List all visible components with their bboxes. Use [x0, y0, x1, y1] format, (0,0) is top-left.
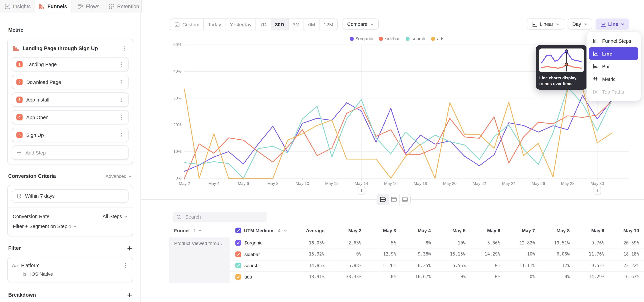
- breakdown-column-label: UTM Medium: [244, 225, 273, 236]
- cell-value: 16.67%: [400, 271, 431, 282]
- date-column-header[interactable]: May 7: [504, 225, 535, 236]
- cell-value: 5.26%: [365, 260, 396, 271]
- table-row-organic[interactable]: $organic: [235, 237, 301, 248]
- date-column-header[interactable]: May 4: [400, 225, 431, 236]
- cell-value: 0%: [504, 271, 535, 282]
- row-divider: [230, 260, 644, 260]
- cell-value: 20.59%: [608, 237, 639, 248]
- cell-value: 14.29%: [470, 249, 500, 260]
- date-column-header[interactable]: May 2: [330, 225, 362, 236]
- table-row-sidebar[interactable]: sidebar: [235, 249, 301, 260]
- cell-value: 0%: [435, 271, 466, 282]
- menu-item-bar[interactable]: Bar: [589, 60, 638, 73]
- table-row-ads[interactable]: ads: [235, 271, 301, 282]
- menu-item-label: Funnel Steps: [602, 38, 631, 44]
- cell-value: 5%: [365, 237, 396, 248]
- chart-type-menu: Funnel StepsLineBarMetricTop Paths: [586, 32, 641, 101]
- series-checkbox[interactable]: [235, 263, 241, 268]
- series-name: $organic: [244, 240, 262, 245]
- cell-value: 9.76%: [574, 237, 604, 248]
- date-column-header[interactable]: May 6: [470, 225, 500, 236]
- cell-value: 16.67%: [608, 271, 639, 282]
- breakdown-count: 4: [278, 225, 280, 236]
- cell-value: 6.06%: [539, 249, 570, 260]
- menu-item-label: Metric: [602, 76, 616, 82]
- date-column-header[interactable]: May 3: [365, 225, 396, 236]
- row-divider: [230, 249, 644, 249]
- date-column-header[interactable]: May 10: [608, 225, 639, 236]
- average-column-header[interactable]: Average: [292, 225, 324, 236]
- funnel-count: 1: [193, 225, 196, 236]
- cell-value: 12.82%: [504, 237, 535, 248]
- table-bottom-divider: [169, 282, 644, 283]
- cell-value: 33.33%: [330, 271, 362, 282]
- menu-bar-icon: [592, 63, 598, 70]
- cell-value: 22.22%: [608, 260, 639, 271]
- cell-value: 9.38%: [400, 249, 431, 260]
- cell-value: 10%: [504, 249, 535, 260]
- cell-value: 8%: [400, 237, 431, 248]
- chevron-down-icon: [198, 228, 202, 232]
- menu-item-metric[interactable]: Metric: [589, 73, 638, 86]
- cell-value: 12%: [539, 260, 570, 271]
- series-checkbox[interactable]: [235, 251, 241, 257]
- series-checkbox[interactable]: [235, 240, 241, 246]
- cell-value: 2.63%: [330, 237, 362, 248]
- menu-funnel-icon: [592, 38, 598, 44]
- cell-value: 11.11%: [504, 260, 535, 271]
- series-checkbox[interactable]: [235, 274, 241, 280]
- cell-value: 19.51%: [539, 237, 570, 248]
- cell-value: 0%: [470, 271, 500, 282]
- menu-hash-icon: [592, 76, 598, 82]
- select-all-checkbox[interactable]: [235, 228, 241, 234]
- header-divider: [169, 236, 644, 236]
- cell-value: 6.25%: [400, 260, 431, 271]
- chevron-down-icon: [284, 228, 288, 232]
- date-column-header[interactable]: May 8: [539, 225, 570, 236]
- menu-line-icon: [592, 50, 598, 57]
- tooltip-mini-chart: [539, 48, 584, 72]
- cell-value: 5.36%: [470, 237, 500, 248]
- cell-value: 15.15%: [435, 249, 466, 260]
- menu-item-line[interactable]: Line: [589, 47, 638, 60]
- date-column-header[interactable]: May 5: [435, 225, 466, 236]
- average-value: 14.85%: [292, 260, 324, 271]
- cell-value: 10%: [435, 237, 466, 248]
- cell-value: 14.29%: [574, 271, 604, 282]
- menu-item-funnel-steps[interactable]: Funnel Steps: [589, 34, 638, 47]
- cell-value: 18.18%: [608, 249, 639, 260]
- tooltip-text: Line charts display trends over time.: [539, 75, 584, 86]
- menu-item-label: Line: [602, 51, 612, 56]
- menu-item-label: Top Paths: [602, 89, 624, 95]
- average-value: 13.91%: [292, 271, 324, 282]
- cell-value: 0%: [330, 249, 362, 260]
- cell-value: 0%: [365, 271, 396, 282]
- cell-value: 9.52%: [574, 260, 604, 271]
- series-name: search: [244, 263, 258, 268]
- row-divider: [230, 271, 644, 272]
- series-name: ads: [244, 274, 252, 279]
- cell-value: 5.56%: [435, 260, 466, 271]
- menu-item-top-paths: Top Paths: [589, 86, 638, 98]
- series-name: sidebar: [244, 252, 260, 257]
- average-value: 16.03%: [292, 237, 324, 248]
- date-column-header[interactable]: May 9: [574, 225, 604, 236]
- cell-value: 5.88%: [330, 260, 362, 271]
- cell-value: 0%: [539, 271, 570, 282]
- row-group-cell[interactable]: Product Viewed through P...: [169, 237, 230, 282]
- menu-item-label: Bar: [602, 64, 610, 69]
- app-root: InsightsFunnelsFlowsRetention Metric Lan…: [0, 0, 644, 302]
- average-value: 15.92%: [292, 249, 324, 260]
- funnel-column-header[interactable]: Funnel1: [174, 225, 228, 236]
- cell-value: 0%: [470, 260, 500, 271]
- cell-value: 11.76%: [574, 249, 604, 260]
- table-row-search[interactable]: search: [235, 260, 301, 271]
- menu-paths-icon: [592, 89, 598, 95]
- cell-value: 12.9%: [365, 249, 396, 260]
- funnel-label: Funnel: [174, 225, 190, 236]
- chart-type-tooltip: Line charts display trends over time.: [536, 45, 587, 90]
